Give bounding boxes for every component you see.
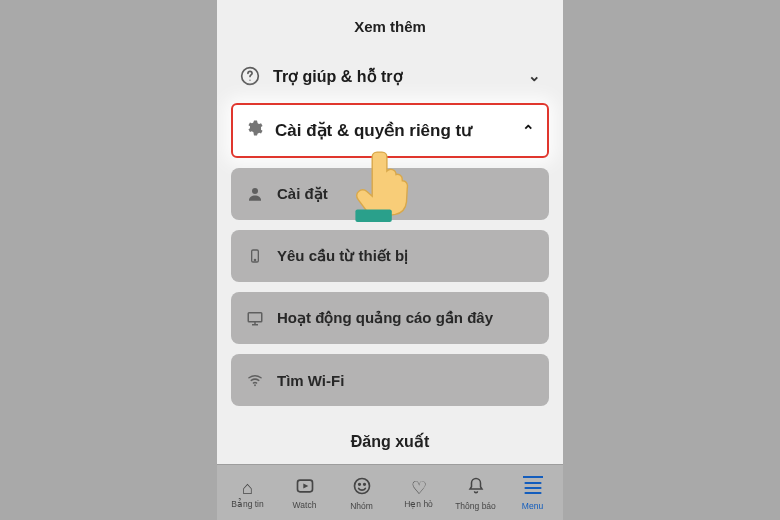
sub-label: Yêu cầu từ thiết bị	[277, 247, 408, 265]
bottom-tab-bar: ⌂ Bảng tin Watch Nhóm ♡ Hẹn hò Thông báo	[217, 464, 563, 520]
tab-label: Thông báo	[455, 501, 496, 511]
svg-point-4	[254, 259, 255, 260]
settings-privacy-expander[interactable]: Cài đặt & quyền riêng tư ⌃	[231, 103, 549, 158]
help-support-expander[interactable]: Trợ giúp & hỗ trợ ⌄	[231, 53, 549, 99]
tab-groups[interactable]: Nhóm	[333, 476, 390, 511]
see-more-button[interactable]: Xem thêm	[231, 0, 549, 53]
tab-menu[interactable]: Menu	[504, 476, 561, 511]
home-icon: ⌂	[242, 479, 253, 497]
chevron-down-icon: ⌄	[528, 67, 541, 85]
svg-point-10	[363, 484, 365, 486]
sub-label: Cài đặt	[277, 185, 328, 203]
settings-item[interactable]: Cài đặt	[231, 168, 549, 220]
help-label: Trợ giúp & hỗ trợ	[273, 67, 403, 86]
svg-point-6	[254, 384, 256, 386]
sub-label: Hoạt động quảng cáo gần đây	[277, 309, 493, 327]
tab-dating[interactable]: ♡ Hẹn hò	[390, 479, 447, 509]
tab-label: Menu	[522, 501, 543, 511]
tab-label: Bảng tin	[231, 499, 263, 509]
tab-watch[interactable]: Watch	[276, 477, 333, 510]
device-requests-item[interactable]: Yêu cầu từ thiết bị	[231, 230, 549, 282]
menu-icon	[523, 476, 543, 499]
svg-point-8	[354, 479, 369, 494]
help-icon	[239, 65, 261, 87]
tab-label: Hẹn hò	[404, 499, 433, 509]
logout-button[interactable]: Đăng xuất	[231, 416, 549, 461]
wifi-icon	[245, 370, 265, 390]
tab-label: Nhóm	[350, 501, 373, 511]
watch-icon	[295, 477, 315, 498]
svg-point-9	[358, 484, 360, 486]
find-wifi-item[interactable]: Tìm Wi-Fi	[231, 354, 549, 406]
svg-rect-5	[248, 313, 262, 322]
chevron-up-icon: ⌃	[522, 122, 535, 140]
svg-point-1	[249, 80, 250, 81]
heart-icon: ♡	[411, 479, 427, 497]
tab-label: Watch	[293, 500, 317, 510]
sub-label: Tìm Wi-Fi	[277, 372, 344, 389]
person-icon	[245, 184, 265, 204]
tab-feed[interactable]: ⌂ Bảng tin	[219, 479, 276, 509]
phone-icon	[245, 246, 265, 266]
settings-label: Cài đặt & quyền riêng tư	[275, 120, 472, 141]
menu-scroll: Xem thêm Trợ giúp & hỗ trợ ⌄ Cài đặt & q…	[217, 0, 563, 464]
svg-point-2	[252, 188, 258, 194]
tab-notifications[interactable]: Thông báo	[447, 476, 504, 511]
gear-icon	[245, 119, 263, 142]
screen-icon	[245, 308, 265, 328]
settings-sublist: Cài đặt Yêu cầu từ thiết bị Hoạt động qu…	[231, 168, 549, 406]
phone-frame: Xem thêm Trợ giúp & hỗ trợ ⌄ Cài đặt & q…	[217, 0, 563, 520]
groups-icon	[352, 476, 372, 499]
bell-icon	[467, 476, 485, 499]
recent-ads-item[interactable]: Hoạt động quảng cáo gần đây	[231, 292, 549, 344]
